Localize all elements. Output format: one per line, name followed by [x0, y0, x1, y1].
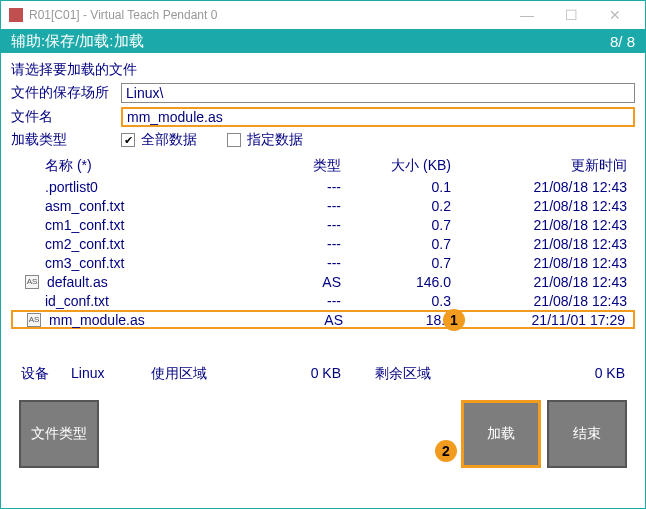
window-title: R01[C01] - Virtual Teach Pendant 0	[29, 8, 505, 22]
maximize-button[interactable]: ☐	[549, 7, 593, 23]
content-area: 请选择要加载的文件 文件的保存场所 Linux\ 文件名 mm_module.a…	[1, 53, 645, 508]
breadcrumb: 辅助:保存/加载:加载	[11, 32, 610, 51]
use-area-value: 0 KB	[251, 365, 341, 383]
name-column-header: 名称 (*)	[11, 157, 251, 175]
use-area-label: 使用区域	[151, 365, 251, 383]
device-label: 设备	[11, 365, 71, 383]
type-column-header: 类型	[251, 157, 341, 175]
file-row[interactable]: .portlist0 --- 0.1 21/08/18 12:43	[11, 177, 635, 196]
prompt-label: 请选择要加载的文件	[11, 61, 137, 79]
all-data-checkbox[interactable]	[121, 133, 135, 147]
free-area-label: 剩余区域	[341, 365, 431, 383]
file-list-header: 名称 (*) 类型 大小 (KB) 更新时间	[11, 155, 635, 177]
file-row[interactable]: ASdefault.as AS 146.0 21/08/18 12:43	[11, 272, 635, 291]
file-row-selected[interactable]: ASmm_module.as AS 18.5 21/11/01 17:29 1	[11, 310, 635, 329]
all-data-label: 全部数据	[141, 131, 197, 149]
filename-input[interactable]: mm_module.as	[121, 107, 635, 127]
button-bar: 文件类型 2 加载 结束	[11, 389, 635, 479]
device-value: Linux	[71, 365, 151, 383]
status-row: 设备 Linux 使用区域 0 KB 剩余区域 0 KB	[11, 359, 635, 389]
load-button[interactable]: 加载	[461, 400, 541, 468]
filename-label: 文件名	[11, 108, 121, 126]
as-file-icon: AS	[25, 275, 39, 289]
app-window: R01[C01] - Virtual Teach Pendant 0 — ☐ ✕…	[0, 0, 646, 509]
callout-badge-1: 1	[443, 309, 465, 331]
file-row[interactable]: cm3_conf.txt --- 0.7 21/08/18 12:43	[11, 253, 635, 272]
load-type-row: 加载类型 全部数据 指定数据	[11, 131, 635, 149]
file-list: .portlist0 --- 0.1 21/08/18 12:43 asm_co…	[11, 177, 635, 329]
size-column-header: 大小 (KB)	[341, 157, 451, 175]
load-type-label: 加载类型	[11, 131, 121, 149]
close-button[interactable]: ✕	[593, 7, 637, 23]
save-location-input[interactable]: Linux\	[121, 83, 635, 103]
save-location-row: 文件的保存场所 Linux\	[11, 83, 635, 103]
save-location-label: 文件的保存场所	[11, 84, 121, 102]
free-area-value: 0 KB	[431, 365, 635, 383]
file-row[interactable]: cm1_conf.txt --- 0.7 21/08/18 12:43	[11, 215, 635, 234]
filename-row: 文件名 mm_module.as	[11, 107, 635, 127]
file-type-button[interactable]: 文件类型	[19, 400, 99, 468]
file-row[interactable]: id_conf.txt --- 0.3 21/08/18 12:43	[11, 291, 635, 310]
as-file-icon: AS	[27, 313, 41, 327]
end-button[interactable]: 结束	[547, 400, 627, 468]
callout-badge-2: 2	[435, 440, 457, 462]
sub-header: 辅助:保存/加载:加载 8/ 8	[1, 29, 645, 53]
page-counter: 8/ 8	[610, 33, 635, 50]
updated-column-header: 更新时间	[451, 157, 635, 175]
specified-data-label: 指定数据	[247, 131, 303, 149]
specified-data-checkbox[interactable]	[227, 133, 241, 147]
file-row[interactable]: asm_conf.txt --- 0.2 21/08/18 12:43	[11, 196, 635, 215]
titlebar: R01[C01] - Virtual Teach Pendant 0 — ☐ ✕	[1, 1, 645, 29]
app-icon	[9, 8, 23, 22]
minimize-button[interactable]: —	[505, 7, 549, 23]
file-row[interactable]: cm2_conf.txt --- 0.7 21/08/18 12:43	[11, 234, 635, 253]
